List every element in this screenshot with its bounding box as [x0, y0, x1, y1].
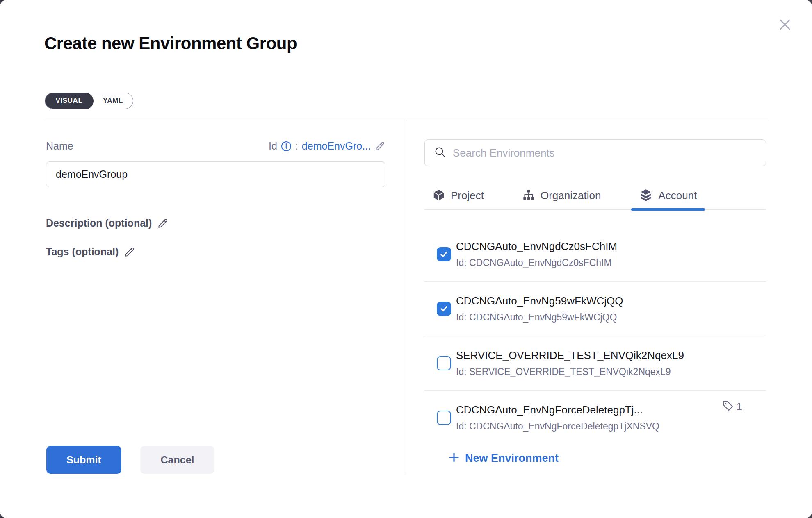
tab-organization-label: Organization	[541, 189, 601, 202]
tab-project-label: Project	[451, 189, 484, 202]
environment-row[interactable]: SERVICE_OVERRIDE_TEST_ENVQik2NqexL9 Id: …	[424, 336, 766, 391]
id-value-link[interactable]: demoEnvGro...	[302, 140, 371, 152]
environment-id: Id: CDCNGAuto_EnvNgdCz0sFChIM	[456, 257, 617, 268]
environment-id: Id: CDCNGAuto_EnvNg59wFkWCjQQ	[456, 312, 623, 323]
environment-row[interactable]: CDCNGAuto_EnvNgdCz0sFChIM Id: CDCNGAuto_…	[424, 227, 766, 282]
environment-id: Id: CDCNGAuto_EnvNgForceDeletegpTjXNSVQ	[456, 421, 659, 432]
id-colon: :	[295, 140, 298, 152]
environment-name: CDCNGAuto_EnvNgForceDeletegpTj...	[456, 404, 659, 416]
name-row: Name Id : demoEnvGro...	[46, 140, 385, 152]
environment-text: CDCNGAuto_EnvNgForceDeletegpTj... Id: CD…	[456, 404, 659, 432]
search-environments-input[interactable]	[453, 147, 757, 159]
cancel-button[interactable]: Cancel	[140, 446, 214, 474]
environment-id: Id: SERVICE_OVERRIDE_TEST_ENVQik2NqexL9	[456, 366, 684, 377]
tab-project[interactable]: Project	[424, 182, 492, 209]
tags-row: Tags (optional)	[46, 246, 135, 258]
edit-tags-pencil-icon[interactable]	[124, 246, 135, 258]
tags-label: Tags (optional)	[46, 246, 119, 258]
environment-checkbox[interactable]	[437, 247, 451, 261]
environment-name: SERVICE_OVERRIDE_TEST_ENVQik2NqexL9	[456, 349, 684, 362]
environment-text: SERVICE_OVERRIDE_TEST_ENVQik2NqexL9 Id: …	[456, 349, 684, 377]
new-environment-label: New Environment	[465, 452, 559, 465]
tab-organization[interactable]: Organization	[514, 182, 609, 209]
page-title: Create new Environment Group	[44, 34, 297, 53]
environment-checkbox[interactable]	[437, 356, 451, 370]
environment-text: CDCNGAuto_EnvNgdCz0sFChIM Id: CDCNGAuto_…	[456, 240, 617, 268]
environment-checkbox[interactable]	[437, 411, 451, 425]
tag-badge: 1	[722, 400, 742, 413]
environment-row[interactable]: CDCNGAuto_EnvNg59wFkWCjQQ Id: CDCNGAuto_…	[424, 282, 766, 336]
tab-account[interactable]: Account	[631, 182, 705, 209]
submit-button[interactable]: Submit	[46, 446, 121, 474]
close-icon	[778, 17, 792, 34]
info-icon[interactable]	[281, 141, 292, 152]
tag-icon	[722, 400, 734, 413]
org-chart-icon	[522, 189, 535, 203]
new-environment-button[interactable]: New Environment	[448, 452, 559, 465]
environment-name: CDCNGAuto_EnvNgdCz0sFChIM	[456, 240, 617, 253]
horizontal-divider	[43, 120, 769, 120]
scope-tabs: Project Organization	[424, 182, 766, 210]
create-environment-group-modal: Create new Environment Group VISUAL YAML…	[0, 0, 812, 518]
tag-count: 1	[737, 400, 742, 413]
plus-icon	[448, 452, 460, 465]
check-icon	[440, 250, 448, 259]
layers-icon	[639, 189, 652, 203]
search-icon	[434, 146, 446, 160]
visual-yaml-toggle: VISUAL YAML	[45, 93, 133, 109]
toggle-yaml[interactable]: YAML	[93, 93, 133, 109]
id-line: Id : demoEnvGro...	[269, 140, 385, 152]
environment-text: CDCNGAuto_EnvNg59wFkWCjQQ Id: CDCNGAuto_…	[456, 295, 623, 323]
environment-row[interactable]: CDCNGAuto_EnvNgForceDeletegpTj... Id: CD…	[424, 391, 766, 434]
description-row: Description (optional)	[46, 217, 169, 229]
environment-name: CDCNGAuto_EnvNg59wFkWCjQQ	[456, 295, 623, 307]
cube-icon	[433, 189, 445, 203]
toggle-visual[interactable]: VISUAL	[45, 93, 94, 109]
close-button[interactable]	[776, 17, 794, 34]
id-label: Id	[269, 140, 277, 152]
search-environments-box	[424, 139, 766, 166]
edit-id-pencil-icon[interactable]	[374, 141, 385, 152]
vertical-divider	[406, 120, 406, 475]
name-input[interactable]	[46, 161, 385, 187]
tab-account-label: Account	[658, 189, 697, 202]
edit-description-pencil-icon[interactable]	[157, 218, 169, 229]
environment-list: CDCNGAuto_EnvNgdCz0sFChIM Id: CDCNGAuto_…	[424, 210, 766, 434]
name-label: Name	[46, 140, 73, 152]
check-icon	[440, 304, 448, 313]
description-label: Description (optional)	[46, 217, 152, 229]
environment-checkbox[interactable]	[437, 302, 451, 316]
